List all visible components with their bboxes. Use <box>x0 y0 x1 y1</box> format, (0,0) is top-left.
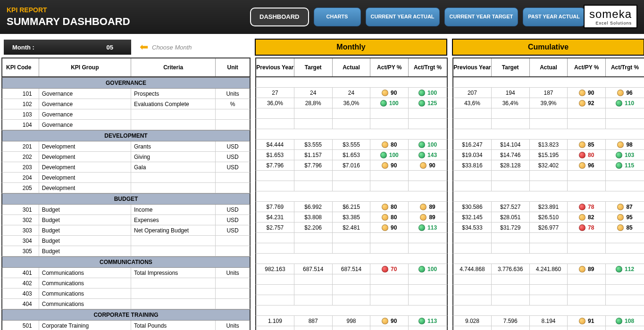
cell-code: 103 <box>2 109 39 119</box>
kpi-row[interactable]: 101GovernanceProspectsUnits <box>1 89 251 99</box>
cell-code: 202 <box>2 152 39 162</box>
cell-unit <box>216 109 250 119</box>
pct-cell: 85 <box>568 140 606 149</box>
kpi-row[interactable]: 304Budget <box>1 236 251 246</box>
kpi-row[interactable]: 305Budget <box>1 246 251 256</box>
status-dot-icon <box>418 224 425 231</box>
cell-group: Budget <box>39 246 131 256</box>
cell-unit <box>216 120 250 130</box>
cell-py: 982.163 <box>256 264 294 274</box>
kpi-row[interactable]: 302BudgetExpensesUSD <box>1 215 251 225</box>
pct-cell: 89 <box>568 264 606 274</box>
cell-py: 36,0% <box>256 98 294 108</box>
month-selector[interactable]: Month : 05 <box>4 40 131 55</box>
cell-group: Development <box>39 141 131 151</box>
cell-actual: 36,0% <box>333 98 371 108</box>
kpi-row[interactable]: 201DevelopmentGrantsUSD <box>1 141 251 152</box>
cell-target: $28.128 <box>492 160 530 170</box>
header-code: KPI Code <box>2 58 39 76</box>
cell-group: Communications <box>39 278 131 288</box>
cell-code: 204 <box>2 173 39 182</box>
nav-current-year-target[interactable]: CURRENT YEAR TARGET <box>444 8 519 26</box>
pct-cell: 70 <box>370 264 409 274</box>
pct-cell: 90 <box>370 316 409 326</box>
status-dot-icon <box>579 162 585 169</box>
cell-target: $14.104 <box>492 140 530 149</box>
pct-cell: 100 <box>409 140 447 149</box>
kpi-row[interactable]: 501Corporate TrainingTotal PoundsUnits <box>1 321 251 330</box>
data-row <box>255 108 448 119</box>
cell-target: $3.555 <box>294 140 333 149</box>
cell-target: $31.729 <box>492 223 530 232</box>
pct-cell: 80 <box>370 212 409 222</box>
cell-actual: $23.891 <box>530 202 568 212</box>
kpi-row[interactable]: 204Development <box>1 173 251 183</box>
header-py: Previous Year <box>256 58 294 76</box>
section-header: COMMUNICATIONS <box>1 256 251 268</box>
status-dot-icon <box>380 152 387 158</box>
data-row: $32.145$28.051$26.5108295 <box>452 212 644 223</box>
cell-criteria <box>131 120 216 130</box>
cumulative-headers: Previous Year Target Actual Act/PY % Act… <box>452 58 644 77</box>
kpi-row[interactable]: 102GovernanceEvaluations Complete% <box>1 99 251 109</box>
cell-target: 7.596 <box>492 316 530 326</box>
kpi-row[interactable]: 303BudgetNet Operating BudgetUSD <box>1 225 251 236</box>
data-row: $7.796$7.796$7.0169090 <box>255 160 448 171</box>
cell-target: 24 <box>294 88 333 98</box>
cell-actual: $1.653 <box>333 150 371 160</box>
cell-code: 205 <box>2 183 39 193</box>
nav-dashboard[interactable]: DASHBOARD <box>250 8 309 26</box>
cell-py: $7.796 <box>256 160 294 170</box>
cell-criteria: Total Impressions <box>131 268 216 278</box>
cell-py: 9.028 <box>453 316 492 326</box>
kpi-row[interactable]: 203DevelopmentGalaUSD <box>1 162 251 173</box>
cell-py: $32.145 <box>453 212 492 222</box>
kpi-row[interactable]: 403Communications <box>1 289 251 299</box>
pct-cell: 80 <box>370 202 409 212</box>
cell-code: 101 <box>2 89 39 99</box>
kpi-row[interactable]: 205Development <box>1 183 251 193</box>
data-row: 1.10988799890113 <box>255 316 448 326</box>
logo-text: someka <box>589 8 632 21</box>
cell-group: Communications <box>39 289 131 298</box>
header-target: Target <box>492 58 530 76</box>
data-row <box>255 326 448 330</box>
cell-actual: $26.977 <box>530 223 568 232</box>
nav-past-year-actual[interactable]: PAST YEAR ACTUAL <box>523 8 585 26</box>
pct-cell: 125 <box>409 98 447 108</box>
status-dot-icon <box>579 141 585 148</box>
nav-charts[interactable]: CHARTS <box>314 8 361 26</box>
section-spacer <box>255 305 448 316</box>
cell-actual: $15.195 <box>530 150 568 160</box>
kpi-row[interactable]: 301BudgetIncomeUSD <box>1 205 251 215</box>
kpi-row[interactable]: 401CommunicationsTotal ImpressionsUnits <box>1 268 251 278</box>
status-dot-icon <box>617 90 624 96</box>
data-row: 27242490100 <box>255 88 448 98</box>
data-row <box>255 274 448 285</box>
status-dot-icon <box>616 266 622 272</box>
cell-unit <box>216 183 250 193</box>
pct-cell: 90 <box>370 160 409 170</box>
status-dot-icon <box>418 141 425 148</box>
pct-cell: 100 <box>370 98 409 108</box>
nav-current-year-actual[interactable]: CURRENT YEAR ACTUAL <box>366 8 440 26</box>
cell-target: $7.796 <box>294 160 333 170</box>
kpi-row[interactable]: 103Governance <box>1 109 251 120</box>
data-row <box>255 233 448 243</box>
cell-criteria: Total Pounds <box>131 321 216 330</box>
data-row: $2.757$2.206$2.48190113 <box>255 223 448 233</box>
kpi-row[interactable]: 402Communications <box>1 278 251 289</box>
status-dot-icon <box>382 318 388 324</box>
status-dot-icon <box>420 204 427 210</box>
cumulative-pane: Previous Year Target Actual Act/PY % Act… <box>452 58 644 330</box>
kpi-row[interactable]: 404Communications <box>1 299 251 309</box>
section-spacer <box>255 191 448 202</box>
kpi-row[interactable]: 104Governance <box>1 120 251 130</box>
pct-cell: 90 <box>370 88 409 98</box>
pct-cell: 100 <box>409 264 447 274</box>
cell-actual: $26.510 <box>530 212 568 222</box>
cell-group: Communications <box>39 268 131 278</box>
app-header: KPI REPORT SUMMARY DASHBOARD DASHBOARD C… <box>0 0 644 34</box>
cell-actual: 39,9% <box>530 98 568 108</box>
kpi-row[interactable]: 202DevelopmentGivingUSD <box>1 152 251 162</box>
